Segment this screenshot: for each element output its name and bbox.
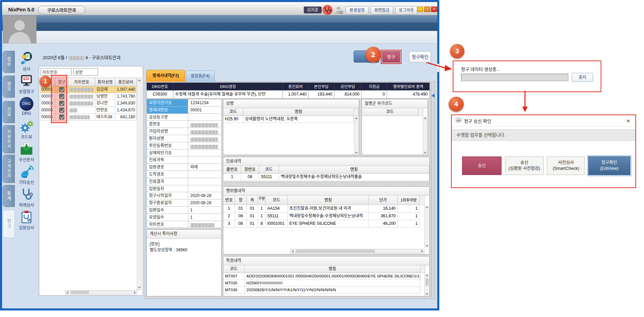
sidebar-item-label: 기타송신 (16, 179, 37, 185)
stop-button[interactable]: 중지 (572, 73, 593, 82)
list-vertical-scrollbar[interactable] (137, 78, 141, 290)
scroll-right-icon[interactable] (421, 250, 423, 253)
tab-detail-statement[interactable]: 명세서내역(F2) (146, 70, 185, 82)
close-button[interactable]: ✕ (431, 7, 437, 12)
diagnosis-scrollbar[interactable] (354, 116, 358, 155)
search-name-input[interactable] (73, 68, 98, 76)
clinic-name-tab[interactable]: 구로스마트안과 (38, 6, 85, 14)
scroll-down-icon[interactable] (424, 152, 427, 154)
special-items-title: 특정내역 (223, 256, 429, 265)
chart-icon (456, 118, 461, 124)
fee-horizontal-scrollbar[interactable] (290, 249, 425, 253)
step-1-highlight-box (51, 75, 67, 123)
maximize-button[interactable]: □ (424, 7, 430, 12)
scrollbar-thumb[interactable] (296, 250, 375, 253)
app-title: NixPen 5.0 (8, 7, 34, 12)
sidebar-tab-reception[interactable]: 접수 (3, 51, 15, 73)
claim-confirm-button[interactable]: 청구확인 (409, 51, 431, 63)
diagnosis-title: 상병 (223, 99, 359, 108)
edi-monitor-icon: EDI (19, 74, 34, 88)
sidebar-item-inpatient-audit[interactable]: 입원심사 (16, 210, 37, 230)
fee-vertical-scrollbar[interactable] (425, 205, 429, 248)
sidebar-tab-admin[interactable]: 원무 (3, 76, 15, 98)
avatar-body (9, 32, 31, 43)
clipboard-stethoscope-icon (19, 210, 34, 224)
smartcheck-button[interactable]: 사전심사(SmartCheck) (547, 156, 585, 175)
minimize-button[interactable]: ─ (417, 7, 423, 12)
list-horizontal-scrollbar[interactable] (65, 290, 137, 295)
step-1-badge: 1 (40, 76, 51, 87)
screen-lock-button[interactable]: 화면잠금 (371, 6, 393, 14)
statement-form: 요양기관기호12341234 명세서번호00001 공상등구분 증번호 가입자성… (147, 99, 222, 228)
sidebar-tab-claim[interactable]: 청구 (3, 210, 15, 238)
scrollbar-thumb[interactable] (70, 291, 89, 294)
scroll-down-icon[interactable] (355, 152, 358, 154)
calc-note-title: 계산시 특이사항 (147, 230, 221, 239)
logout-button[interactable]: 로그아웃 (395, 6, 417, 14)
step-3-badge: 3 (450, 44, 464, 58)
scroll-up-icon[interactable] (355, 117, 358, 119)
addon-scrollbar[interactable] (423, 116, 427, 155)
send-button[interactable]: 송신 (462, 156, 502, 175)
special-items-section: 특정내역 코드 명칭 MT007 ADD/20200828/8/I0001001… (223, 256, 430, 296)
scroll-down-icon[interactable] (138, 287, 141, 288)
sidebar-tab-customer[interactable]: 고객관리 (3, 155, 15, 183)
col-chart[interactable]: 차트번호 (68, 78, 95, 86)
treatment-section: 진료내역 줄번호 항번호 코드 명칭 1 08 S5111 백내장및수정체수술-… (223, 157, 430, 182)
redacted-chart-no (69, 95, 93, 99)
env-settings-button[interactable]: 환경설정 (346, 6, 368, 14)
ediview-button[interactable]: 청구확인(EdiView) (588, 156, 630, 175)
scroll-up-icon[interactable] (138, 79, 141, 81)
envelope-download-icon (19, 142, 34, 156)
redacted-value (190, 130, 218, 134)
addon-code-section: 질병군 부가코드 코드 (362, 99, 428, 155)
drg-summary-row[interactable]: C05300 수정체 대절개 수술(유리체 절제술 유무와 무관), 단안 1,… (147, 90, 430, 99)
sidebar-tab-treatment[interactable]: 진료 (3, 101, 15, 123)
treatment-title: 진료내역 (223, 157, 429, 166)
col-name[interactable]: 환자성명 (95, 78, 115, 86)
progress-dialog: 청구 데이터 생성중... 중지 (453, 61, 601, 92)
sidebar-item-outpatient-audit[interactable]: 외래심사 (16, 188, 37, 208)
dialog-title: 청구 송신 확인 (464, 118, 491, 124)
sidebar-item-drg[interactable]: DRG DRG (16, 97, 37, 116)
app-titlebar: NixPen 5.0 구로스마트안과 김지훈 환경설정 화면잠금 로그아웃 ─ … (2, 2, 437, 15)
drg-summary-header: DRG번호 DRG명칭 총진료비 본인부담 공단부담 지원금 행위별진료비 총액 (147, 83, 430, 90)
dialog-close-icon[interactable]: ✕ (625, 118, 631, 124)
progress-message: 청구 데이터 생성중... (461, 66, 500, 72)
special-vertical-scrollbar[interactable] (425, 273, 429, 296)
scroll-down-icon[interactable] (426, 293, 428, 295)
sidebar-item-simsa[interactable]: 심사 (16, 52, 37, 72)
sidebar-tab-stats[interactable]: 통계 (3, 185, 15, 207)
scrollbar-thumb[interactable] (426, 278, 429, 286)
progress-bar (461, 74, 568, 81)
send-precheck-button[interactable]: 송신(심평원 사전점검) (505, 156, 544, 175)
tab-checklist[interactable]: 점검표(F4) (186, 70, 215, 82)
scroll-right-icon[interactable] (134, 291, 136, 294)
sidebar-item-received-docs[interactable]: 수신문서 (16, 142, 37, 162)
user-name-badge: 김지훈 (304, 7, 322, 13)
module-bar: DRG 설정 (2, 31, 437, 44)
send-confirm-dialog: 청구 송신 확인 ✕ 수행할 업무를 선택합니다. 송신 송신(심평원 사전점검… (451, 114, 636, 188)
collapse-left-icon[interactable] (431, 94, 434, 98)
satellite-dish-icon (19, 165, 34, 179)
stethoscope-icon[interactable] (322, 5, 333, 17)
sidebar-tab-support[interactable]: 지원부서 (3, 125, 15, 153)
sidebar-item-codeview[interactable]: 코드뷰 (16, 120, 37, 140)
scroll-down-icon[interactable] (426, 245, 428, 247)
scroll-up-icon[interactable] (426, 274, 428, 276)
addon-code-title: 질병군 부가코드 (362, 99, 428, 108)
sidebar-item-insurance-claim[interactable]: EDI 보험청구 (16, 74, 37, 94)
edi-text: EDI (19, 77, 34, 81)
scroll-up-icon[interactable] (424, 117, 427, 119)
avatar-head (14, 20, 25, 31)
scroll-up-icon[interactable] (426, 206, 428, 208)
col-total[interactable]: 총진료비 (115, 78, 137, 86)
drg-icon: DRG (19, 97, 34, 111)
sidebar-item-other-send[interactable]: 기타송신 (16, 165, 37, 185)
scroll-left-icon[interactable] (66, 291, 68, 294)
panel-splitter[interactable] (431, 83, 433, 299)
scroll-left-icon[interactable] (292, 250, 293, 253)
audit-icon (19, 52, 34, 65)
dialog-titlebar: 청구 송신 확인 ✕ (452, 115, 635, 127)
search-chart-input[interactable] (41, 68, 72, 76)
